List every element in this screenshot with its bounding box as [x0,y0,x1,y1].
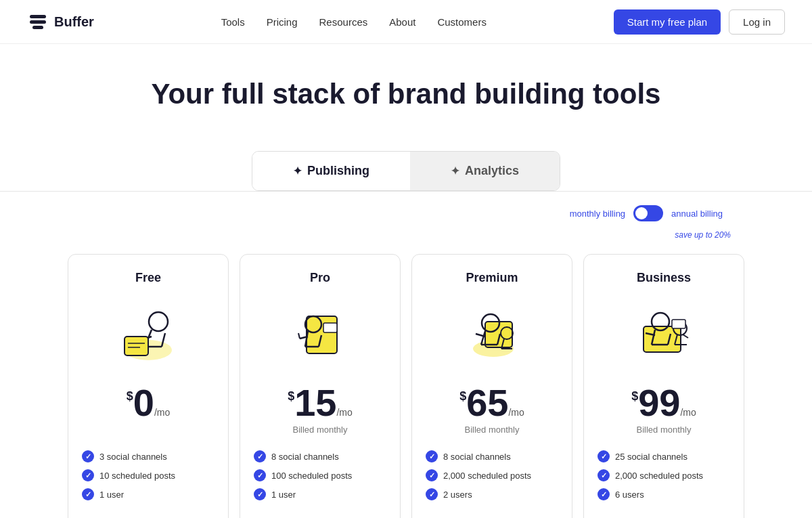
price-mo-business: /mo [680,407,696,418]
save-label: save up to 20% [675,230,731,240]
check-icon [254,450,266,462]
feature-business-2: 2,000 scheduled posts [597,469,730,481]
hero-title: Your full stack of brand building tools [27,78,785,110]
feature-free-2: 10 scheduled posts [82,469,215,481]
billed-label-premium: Billed monthly [465,425,520,437]
feature-premium-3: 2 users [426,488,558,500]
check-icon [254,488,266,500]
price-dollar-free: $ [127,389,133,404]
plan-name-premium: Premium [466,271,518,285]
nav-pricing[interactable]: Pricing [267,16,298,28]
plan-name-pro: Pro [310,271,330,285]
svg-rect-40 [672,320,685,328]
billed-label-business: Billed monthly [637,425,692,437]
price-row-business: $ 99 /mo [631,384,696,422]
nav-about[interactable]: About [389,16,415,28]
annual-billing-label: annual billing [671,209,723,219]
billed-label-pro: Billed monthly [293,425,348,437]
nav-tools[interactable]: Tools [221,16,245,28]
plan-card-premium: Premium $ 65 /mo Billed monthly 8 social… [411,254,572,518]
check-icon [82,450,94,462]
price-row-premium: $ 65 /mo [459,384,524,422]
logo[interactable]: Buffer [27,11,94,33]
billing-toggle-row: monthly billing annual billing [0,192,812,228]
price-num-pro: 15 [294,384,336,422]
plan-name-free: Free [135,271,161,285]
login-button[interactable]: Log in [729,9,785,35]
check-icon [597,488,610,500]
feature-pro-2: 100 scheduled posts [254,469,386,481]
nav-actions: Start my free plan Log in [614,9,785,35]
publishing-icon: ✦ [293,165,302,177]
price-mo-free: /mo [154,407,170,418]
toggle-slider [633,205,663,221]
plan-illustration-business [623,296,704,370]
logo-icon [27,11,49,33]
start-free-plan-nav-button[interactable]: Start my free plan [614,9,721,35]
check-icon [597,469,610,481]
nav-customers[interactable]: Customers [437,16,487,28]
plan-card-free: Free $ 0 /mo 3 social channels 10 sc [68,254,229,518]
feature-premium-2: 2,000 scheduled posts [426,469,558,481]
price-mo-pro: /mo [336,407,352,418]
price-dollar-pro: $ [288,389,294,404]
svg-rect-1 [30,20,46,24]
svg-rect-2 [32,26,43,29]
price-dollar-premium: $ [459,389,466,404]
feature-pro-3: 1 user [254,488,386,500]
feature-pro-1: 8 social channels [254,450,386,462]
feature-business-3: 6 users [597,488,730,500]
check-icon [426,450,438,462]
tab-analytics-label: Analytics [465,164,519,178]
navbar: Buffer Tools Pricing Resources About Cus… [0,0,812,44]
svg-rect-0 [30,15,46,18]
tabs-container: ✦ Publishing ✦ Analytics [0,151,812,191]
svg-line-39 [683,334,688,338]
plan-illustration-free [108,296,189,370]
check-icon [82,469,94,481]
price-mo-premium: /mo [508,407,524,418]
product-tabs: ✦ Publishing ✦ Analytics [252,151,560,191]
plan-card-business: Business $ 99 /mo Billed monthly 2 [583,254,744,518]
nav-links: Tools Pricing Resources About Customers [221,16,487,28]
monthly-billing-label: monthly billing [570,209,625,219]
check-icon [82,488,94,500]
check-icon [597,450,610,462]
tab-publishing[interactable]: ✦ Publishing [252,152,410,190]
features-pro: 8 social channels 100 scheduled posts 1 … [254,450,386,507]
price-row-free: $ 0 /mo [127,384,171,422]
svg-line-18 [298,333,300,339]
features-free: 3 social channels 10 scheduled posts 1 u… [82,450,215,507]
feature-business-1: 25 social channels [597,450,730,462]
check-icon [426,469,438,481]
tab-analytics[interactable]: ✦ Analytics [410,152,560,190]
nav-resources[interactable]: Resources [319,16,368,28]
plan-illustration-premium [451,296,533,370]
price-num-business: 99 [638,384,680,422]
price-dollar-business: $ [631,389,638,404]
check-icon [426,488,438,500]
billing-toggle[interactable] [633,205,663,221]
check-icon [254,469,266,481]
feature-premium-1: 8 social channels [426,450,558,462]
hero-section: Your full stack of brand building tools [0,44,812,131]
price-row-pro: $ 15 /mo [288,384,353,422]
price-num-free: 0 [133,384,154,422]
analytics-icon: ✦ [451,165,459,177]
plan-name-business: Business [637,271,691,285]
price-num-premium: 65 [466,384,508,422]
tab-publishing-label: Publishing [307,164,369,178]
svg-rect-9 [125,337,148,355]
logo-text: Buffer [54,14,94,30]
features-premium: 8 social channels 2,000 scheduled posts … [426,450,558,507]
feature-free-1: 3 social channels [82,450,215,462]
pricing-grid: Free $ 0 /mo 3 social channels 10 sc [0,247,812,518]
plan-illustration-pro [279,296,361,370]
features-business: 25 social channels 2,000 scheduled posts… [597,450,730,507]
feature-free-3: 1 user [82,488,215,500]
svg-point-4 [149,312,168,331]
svg-rect-19 [323,323,337,332]
plan-card-pro: Pro $ 15 /mo Billed monthly 8 social cha… [240,254,401,518]
